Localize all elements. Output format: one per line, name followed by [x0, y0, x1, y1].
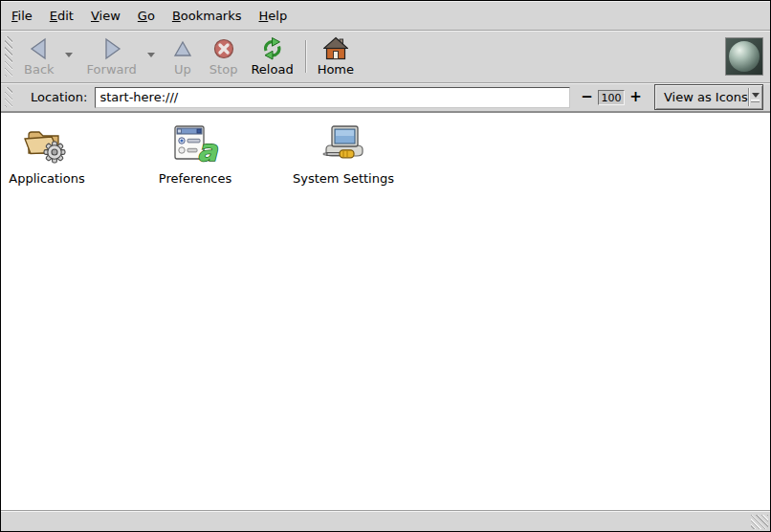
home-label: Home: [318, 62, 354, 77]
toolbar: Back Forward Up Stop: [1, 31, 770, 83]
back-label: Back: [24, 62, 55, 77]
item-label: Preferences: [159, 171, 231, 186]
item-preferences[interactable]: a Preferences: [149, 121, 241, 186]
location-label: Location:: [31, 90, 87, 104]
preferences-capplet-icon: a: [171, 121, 219, 166]
home-button[interactable]: Home: [311, 33, 361, 80]
back-history-dropdown[interactable]: [61, 48, 77, 61]
status-bar: [1, 510, 770, 531]
menu-bar: File Edit View Go Bookmarks Help: [1, 1, 770, 31]
stop-icon: [212, 35, 235, 62]
throbber-area: [725, 33, 766, 80]
toolbar-drag-handle[interactable]: [5, 36, 12, 77]
file-manager-window: File Edit View Go Bookmarks Help Back Fo…: [0, 0, 771, 532]
forward-history-dropdown[interactable]: [143, 48, 159, 61]
svg-text:a: a: [197, 133, 218, 166]
menu-help[interactable]: Help: [251, 3, 297, 29]
item-label: System Settings: [293, 171, 394, 186]
stop-button[interactable]: Stop: [203, 33, 245, 80]
back-button[interactable]: Back: [17, 33, 61, 80]
forward-label: Forward: [87, 62, 137, 77]
view-mode-dropdown[interactable]: View as Icons: [654, 84, 763, 110]
item-system-settings[interactable]: System Settings: [297, 121, 389, 186]
resize-grip[interactable]: [751, 515, 768, 529]
menu-file[interactable]: File: [3, 3, 41, 29]
home-icon: [323, 35, 348, 62]
menu-edit[interactable]: Edit: [41, 3, 82, 29]
stop-label: Stop: [209, 62, 238, 77]
forward-arrow-icon: [100, 35, 123, 62]
location-bar-drag-handle[interactable]: [5, 87, 12, 107]
system-settings-computer-icon: [319, 121, 367, 166]
back-arrow-icon: [28, 35, 51, 62]
reload-button[interactable]: Reload: [244, 33, 299, 80]
applications-folder-gear-icon: [23, 121, 71, 166]
location-input[interactable]: [95, 87, 570, 108]
item-applications[interactable]: Applications: [1, 121, 93, 186]
reload-icon: [259, 35, 286, 62]
menu-go[interactable]: Go: [129, 3, 164, 29]
menu-bookmarks[interactable]: Bookmarks: [164, 3, 251, 29]
view-mode-label: View as Icons: [664, 90, 748, 104]
throbber-icon: [725, 37, 763, 76]
zoom-in-button[interactable]: +: [628, 90, 643, 104]
zoom-out-button[interactable]: −: [580, 90, 594, 104]
dropdown-indicator-icon: [749, 93, 762, 102]
up-label: Up: [174, 62, 191, 77]
zoom-controls: − 100 +: [580, 90, 643, 105]
item-label: Applications: [9, 171, 84, 186]
reload-label: Reload: [251, 62, 293, 77]
zoom-level-indicator[interactable]: 100: [598, 90, 625, 105]
menu-view[interactable]: View: [82, 3, 129, 29]
icon-view: Applications a Preferences: [1, 112, 770, 510]
up-arrow-icon: [173, 35, 192, 62]
location-bar: Location: − 100 + View as Icons: [1, 83, 770, 112]
throbber-sphere: [729, 41, 760, 72]
up-button[interactable]: Up: [163, 33, 203, 80]
forward-button[interactable]: Forward: [80, 33, 143, 80]
toolbar-separator: [305, 40, 306, 73]
